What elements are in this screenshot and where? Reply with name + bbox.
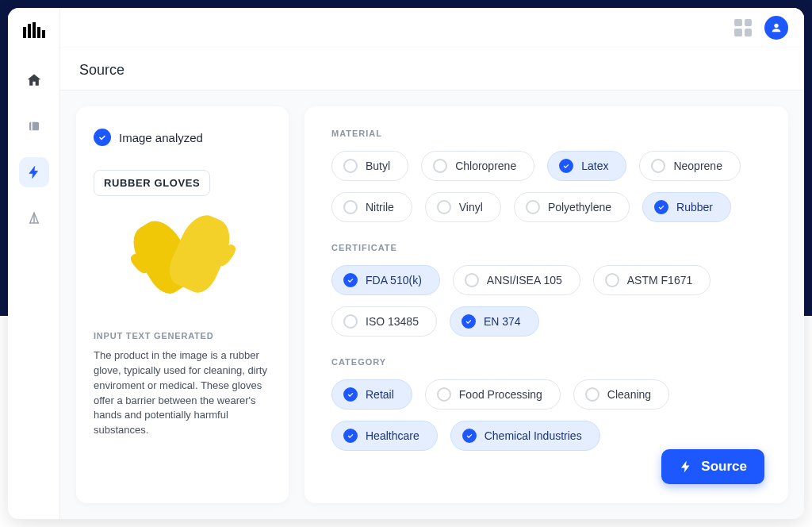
category-chip[interactable]: Retail [331,379,412,410]
category-chip[interactable]: Cleaning [573,379,669,410]
check-icon [462,429,477,443]
category-section: CATEGORY RetailFood ProcessingCleaningHe… [331,357,756,451]
nav-source[interactable] [19,157,49,187]
material-chip[interactable]: Polyethylene [514,192,630,222]
material-chip[interactable]: Rubber [642,192,731,222]
nav-home[interactable] [19,65,49,95]
svg-point-1 [774,23,778,27]
category-heading: CATEGORY [331,357,756,367]
main: Source Image analyzed RUBBER GLOVES INPU… [60,8,804,519]
certificate-section: CERTIFICATE FDA 510(k)ANSI/ISEA 105ASTM … [331,243,756,337]
certificate-chip-row: FDA 510(k)ANSI/ISEA 105ASTM F1671ISO 134… [331,265,756,337]
check-icon [343,273,358,287]
generated-text: The product in the image is a rubber glo… [94,348,271,438]
source-button-label: Source [701,459,747,475]
avatar[interactable] [764,16,788,40]
chip-label: EN 374 [484,315,521,328]
chip-label: Chloroprene [455,160,516,172]
material-chip[interactable]: Nitrile [331,192,412,222]
analyzed-label: Image analyzed [119,131,203,144]
material-chip[interactable]: Vinyl [425,192,501,222]
generated-heading: INPUT TEXT GENERATED [94,331,271,340]
analysis-card: Image analyzed RUBBER GLOVES INPUT TEXT … [76,106,289,503]
topbar [60,8,804,48]
page-title: Source [60,48,804,90]
material-chip[interactable]: Chloroprene [421,151,534,181]
check-icon [343,387,358,402]
radio-icon [433,159,447,173]
category-chip[interactable]: Chemical Industries [450,421,600,451]
certificate-chip[interactable]: ASTM F1671 [593,265,710,295]
chip-label: Healthcare [366,429,419,442]
radio-icon [605,273,619,287]
radio-icon [343,159,358,173]
chip-label: Chemical Industries [485,429,582,442]
chip-label: ASTM F1671 [627,274,692,287]
category-chip[interactable]: Healthcare [331,421,438,451]
sidebar [8,8,60,519]
chip-label: Retail [366,388,394,401]
material-chip-row: ButylChloropreneLatexNeopreneNitrileViny… [331,151,756,222]
chip-label: Polyethylene [548,201,611,213]
check-icon [94,129,111,146]
chip-label: Butyl [366,160,390,172]
radio-icon [651,159,665,173]
product-label-chip: RUBBER GLOVES [94,170,210,196]
radio-icon [437,200,451,214]
check-icon [654,200,668,214]
chip-label: Latex [581,160,608,172]
radio-icon [585,387,599,402]
radio-icon [437,387,451,402]
logo [23,22,45,38]
check-icon [559,159,573,173]
material-heading: MATERIAL [331,129,756,138]
product-image [123,210,242,314]
svg-rect-0 [29,122,39,131]
category-chip[interactable]: Food Processing [425,379,561,410]
nav-box[interactable] [19,111,49,141]
chip-label: Neoprene [673,160,722,172]
check-icon [462,314,476,329]
radio-icon [465,273,479,287]
chip-label: Food Processing [459,388,542,401]
radio-icon [526,200,540,214]
certificate-chip[interactable]: ANSI/ISEA 105 [453,265,580,295]
chip-label: FDA 510(k) [366,274,422,287]
chip-label: Nitrile [366,201,394,213]
chip-label: Vinyl [459,201,483,213]
certificate-chip[interactable]: FDA 510(k) [331,265,440,295]
material-chip[interactable]: Neoprene [639,151,741,181]
chip-label: ANSI/ISEA 105 [487,274,562,287]
filters-card: MATERIAL ButylChloropreneLatexNeopreneNi… [304,106,788,503]
certificate-chip[interactable]: EN 374 [450,306,539,337]
material-section: MATERIAL ButylChloropreneLatexNeopreneNi… [331,129,756,222]
chip-label: ISO 13485 [366,315,419,328]
grid-view-icon[interactable] [734,19,752,37]
radio-icon [343,314,358,329]
check-icon [343,429,358,443]
category-chip-row: RetailFood ProcessingCleaningHealthcareC… [331,379,756,451]
chip-label: Cleaning [607,388,651,401]
radio-icon [343,200,358,214]
source-button[interactable]: Source [661,449,764,484]
chip-label: Rubber [676,201,713,213]
content-area: Image analyzed RUBBER GLOVES INPUT TEXT … [60,90,804,519]
certificate-heading: CERTIFICATE [331,243,756,252]
bolt-icon [679,460,693,474]
certificate-chip[interactable]: ISO 13485 [331,306,437,337]
material-chip[interactable]: Butyl [331,151,408,181]
material-chip[interactable]: Latex [547,151,626,181]
analyzed-row: Image analyzed [94,129,271,146]
nav-compass[interactable] [19,203,49,233]
